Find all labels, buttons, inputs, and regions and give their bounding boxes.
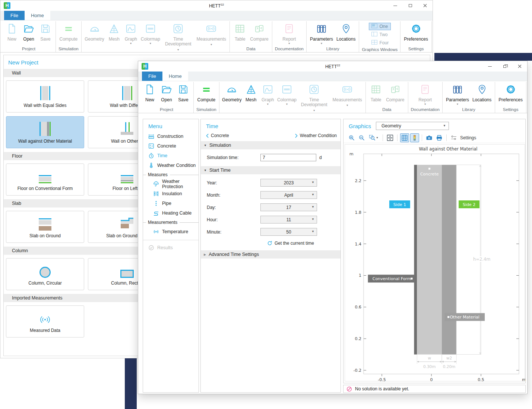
ribbon-locations-button[interactable]: Locations	[471, 83, 493, 102]
field-row-day: Day:17▼	[201, 202, 341, 212]
tab-home[interactable]: Home	[162, 72, 188, 81]
ribbon-one-button[interactable]: One	[369, 23, 391, 30]
menu-item-heating-cable[interactable]: Heating Cable	[143, 208, 199, 218]
measured-icon	[38, 310, 52, 325]
ribbon-preferences-button[interactable]: Preferences	[402, 22, 430, 42]
ribbon-four-button[interactable]: Four	[369, 39, 391, 47]
status-bar: No solution is available yet.	[343, 385, 526, 393]
menu-item-weather-protection[interactable]: Weather Protection	[143, 179, 199, 189]
nav-forward-weather-condition[interactable]: Weather Condition	[295, 133, 337, 138]
project-tile-wall-against-other-material[interactable]: Wall against Other Material	[6, 116, 84, 148]
win-one-icon	[371, 23, 378, 29]
maximize-icon[interactable]	[403, 0, 418, 11]
minimize-icon[interactable]	[482, 61, 497, 72]
day-select[interactable]: 17▼	[260, 203, 317, 211]
save-icon	[178, 84, 189, 96]
ribbon-parameters-button[interactable]: Parameters▼	[308, 22, 335, 45]
project-tile-slab-on-ground[interactable]: Slab on Ground	[6, 211, 84, 243]
close-icon[interactable]	[512, 61, 527, 72]
menu-item-pipe[interactable]: Pipe	[143, 199, 199, 208]
dropdown-arrow-icon: ▼	[346, 104, 349, 107]
ribbon-save-button[interactable]: Save	[175, 83, 191, 102]
project-tile-wall-with-equal-sides[interactable]: Wall with Equal Sides	[6, 80, 84, 112]
minute-select[interactable]: 50▼	[260, 228, 317, 236]
ribbon-new-button[interactable]: New	[142, 83, 158, 102]
zoom-in-button[interactable]	[347, 133, 356, 142]
svg-text:0.30m: 0.30m	[423, 364, 436, 369]
nav-back-concrete[interactable]: Concrete	[206, 133, 229, 138]
chevron-down-icon: ▼	[311, 205, 314, 209]
project-tile-column-circular[interactable]: Column, Circular	[6, 258, 84, 290]
menu-item-concrete[interactable]: Concrete	[143, 141, 199, 151]
menu-item-construction[interactable]: Construction	[143, 131, 199, 141]
project-tile-measured-data[interactable]: Measured Data	[6, 305, 84, 337]
insulation-icon	[153, 191, 159, 197]
ribbon-mesh-button[interactable]: Mesh	[243, 83, 259, 102]
menu-item-weather-condition[interactable]: Weather Condition	[143, 161, 199, 170]
zoom-box-button[interactable]: ▼	[367, 133, 380, 142]
ribbon-graph-button: Graph▼	[123, 22, 139, 45]
graphics-view-select[interactable]: Geometry ▼	[376, 122, 449, 130]
ribbon-save-button: Save	[37, 22, 54, 42]
concrete-icon	[148, 143, 154, 149]
grid-button[interactable]	[400, 133, 409, 142]
label: Graph	[262, 98, 274, 102]
menu-panel: Menu ConstructionConcreteTimeWeather Con…	[143, 119, 199, 393]
menu-group-measures: Measures	[143, 170, 199, 179]
svg-text:h=2.4m: h=2.4m	[473, 257, 490, 262]
toolbar-settings-label[interactable]: Settings	[460, 135, 476, 140]
field-row-hour: Hour:11▼	[201, 215, 341, 225]
ribbon-two-button[interactable]: Two	[369, 31, 391, 38]
tab-file[interactable]: File	[4, 11, 25, 20]
toolbar-settings-button[interactable]	[449, 133, 458, 142]
svg-text:1: 1	[359, 273, 361, 278]
ribbon-open-button[interactable]: Open	[158, 83, 175, 102]
ribbon-measurements-button: Measurements ▼	[195, 22, 228, 47]
close-icon[interactable]	[418, 0, 433, 11]
menu-item-temperature[interactable]: Temperature	[143, 227, 199, 237]
menu-item-label: Pipe	[162, 201, 171, 206]
camera-button[interactable]	[425, 133, 434, 142]
svg-text:w2: w2	[446, 356, 452, 360]
label: Mesh	[246, 98, 256, 102]
tab-file[interactable]: File	[142, 72, 162, 81]
field-label: Minute:	[207, 229, 260, 235]
month-select[interactable]: April▼	[260, 191, 317, 199]
fit-button[interactable]	[386, 133, 395, 142]
year-select[interactable]: 2023▼	[260, 179, 317, 187]
label: Colormap	[277, 98, 297, 102]
foreground-window: H HETT22 File Home NewOpenSaveProjectCom…	[138, 61, 528, 394]
menu-item-insulation[interactable]: Insulation	[143, 189, 199, 199]
colorbar-button[interactable]	[410, 133, 419, 142]
dropdown-arrow-icon: ▼	[424, 103, 427, 105]
get-current-time-button[interactable]: Get the current time	[267, 241, 341, 246]
ribbon-locations-button[interactable]: Locations	[335, 22, 357, 42]
project-tile-floor-on-conventional-form[interactable]: Floor on Conventional Form	[6, 164, 84, 196]
geometry-plot: Wall against Other Material2.21.81.410.6…	[345, 144, 525, 381]
ribbon-preferences-button[interactable]: Preferences	[497, 83, 524, 102]
tab-home[interactable]: Home	[25, 11, 50, 20]
group-label: Project	[4, 46, 54, 52]
label: Geometry	[85, 37, 104, 42]
start-time-section-header[interactable]: ▼ Start Time	[201, 166, 341, 174]
ribbon-geometry-button[interactable]: Geometry	[221, 83, 243, 102]
refresh-icon	[267, 241, 272, 246]
simulation-time-input[interactable]	[260, 154, 316, 161]
construction-icon	[148, 133, 154, 139]
label: Locations	[472, 98, 491, 102]
hour-select[interactable]: 11▼	[260, 216, 317, 223]
ribbon-open-button[interactable]: Open	[20, 22, 37, 42]
print-button[interactable]	[435, 133, 444, 142]
ribbon-compute-button[interactable]: Compute	[196, 83, 217, 102]
tile-label: Wall against Other Material	[18, 139, 72, 144]
label: Open	[161, 98, 172, 102]
restore-icon[interactable]	[497, 61, 512, 72]
label: Measurements ▼	[332, 98, 362, 108]
simulation-section-header[interactable]: ▼ Simulation	[201, 141, 341, 149]
advanced-time-settings-header[interactable]: ▶ Advanced Time Settings	[201, 250, 341, 259]
zoom-out-button[interactable]	[357, 133, 366, 142]
menu-item-time[interactable]: Time	[143, 151, 199, 161]
menu-item-label: Concrete	[157, 143, 176, 149]
ribbon-parameters-button[interactable]: Parameters▼	[444, 83, 471, 105]
minimize-icon[interactable]	[388, 0, 403, 11]
